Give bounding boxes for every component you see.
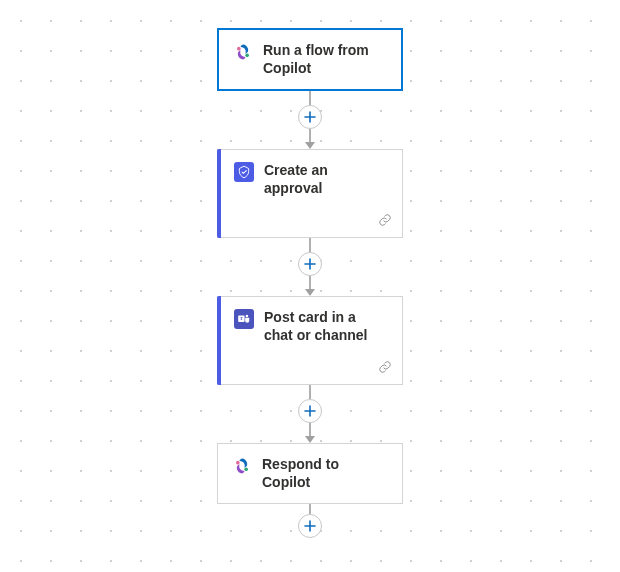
node-respond-to-copilot[interactable]: Respond to Copilot: [217, 443, 403, 504]
flow-canvas[interactable]: Run a flow from Copilot Create an approv…: [0, 0, 620, 572]
svg-point-5: [236, 461, 240, 465]
node-title: Post card in a chat or channel: [264, 309, 388, 344]
node-create-approval[interactable]: Create an approval: [217, 149, 403, 238]
teams-icon: T: [234, 309, 254, 329]
svg-point-4: [246, 315, 249, 318]
copilot-icon: [232, 456, 252, 476]
link-icon: [378, 213, 392, 231]
svg-point-0: [237, 47, 241, 51]
node-title: Respond to Copilot: [262, 456, 388, 491]
connector: [298, 504, 322, 538]
link-icon: [378, 360, 392, 378]
copilot-icon: [233, 42, 253, 62]
node-title: Create an approval: [264, 162, 388, 197]
node-post-card-teams[interactable]: T Post card in a chat or channel: [217, 296, 403, 385]
add-step-button[interactable]: [298, 105, 322, 129]
approval-icon: [234, 162, 254, 182]
add-step-button[interactable]: [298, 399, 322, 423]
add-step-button[interactable]: [298, 252, 322, 276]
connector: [298, 385, 322, 443]
node-title: Run a flow from Copilot: [263, 42, 387, 77]
add-step-button[interactable]: [298, 514, 322, 538]
connector: [298, 91, 322, 149]
connector: [298, 238, 322, 296]
svg-point-1: [245, 54, 249, 58]
svg-point-6: [244, 468, 248, 472]
node-run-flow-from-copilot[interactable]: Run a flow from Copilot: [217, 28, 403, 91]
